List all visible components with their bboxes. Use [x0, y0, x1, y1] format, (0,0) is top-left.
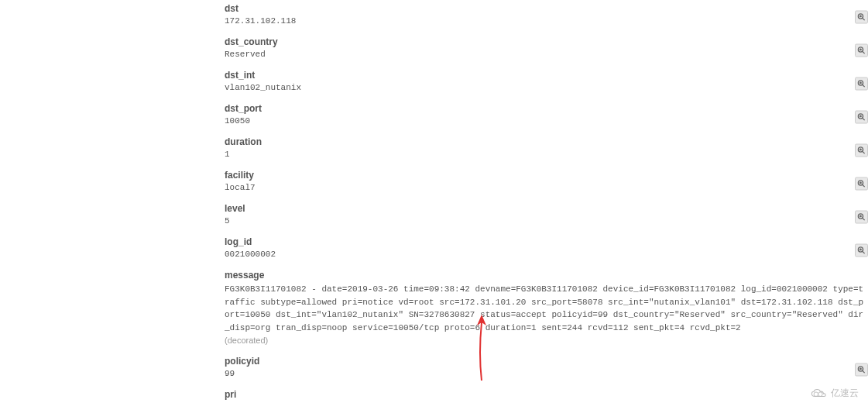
magnify-icon [857, 46, 866, 54]
magnify-icon [857, 212, 866, 221]
field-value: 5 [225, 216, 868, 226]
magnify-icon [857, 146, 866, 154]
magnify-icon [857, 12, 866, 21]
zoom-in-button[interactable] [855, 177, 868, 190]
watermark: 亿速云 [811, 387, 859, 400]
field-label: duration [225, 136, 868, 147]
field-label: dst_port [225, 103, 868, 114]
svg-line-33 [863, 370, 865, 373]
zoom-in-button[interactable] [855, 10, 868, 23]
field-level: level 5 [225, 200, 868, 233]
zoom-in-button[interactable] [855, 363, 868, 376]
field-value: 1 [225, 150, 868, 159]
field-dst: dst 172.31.102.118 [225, 0, 868, 33]
field-dst-port: dst_port 10050 [225, 100, 868, 133]
field-message: message FG3K0B3I11701082 - date=2019-03-… [225, 267, 868, 353]
field-label: dst_int [225, 70, 868, 81]
svg-point-36 [814, 391, 818, 396]
field-policyid: policyid 99 [225, 353, 868, 386]
field-value: 10050 [225, 116, 868, 126]
log-fields-container: dst 172.31.102.118 dst_country Reserved … [0, 0, 868, 403]
magnify-icon [857, 246, 866, 254]
field-label: message [225, 270, 868, 281]
svg-line-13 [863, 118, 865, 120]
zoom-in-button[interactable] [855, 143, 868, 157]
field-label: log_id [225, 236, 868, 247]
svg-line-9 [863, 84, 865, 87]
decorated-note: (decorated) [225, 336, 868, 345]
svg-line-5 [863, 51, 865, 53]
field-value: local7 [225, 183, 868, 192]
svg-line-1 [863, 18, 865, 20]
magnify-icon [857, 112, 866, 121]
field-value: Reserved [225, 50, 868, 59]
field-label: dst_country [225, 36, 868, 47]
magnify-icon [857, 365, 866, 374]
zoom-in-button[interactable] [855, 77, 868, 90]
svg-line-29 [863, 251, 865, 253]
zoom-in-button[interactable] [855, 110, 868, 123]
field-dst-country: dst_country Reserved [225, 33, 868, 67]
field-log-id: log_id 0021000002 [225, 233, 868, 267]
zoom-in-button[interactable] [855, 210, 868, 223]
field-dst-int: dst_int vlan102_nutanix [225, 67, 868, 100]
field-label: level [225, 203, 868, 214]
field-facility: facility local7 [225, 167, 868, 200]
field-value: 172.31.102.118 [225, 16, 868, 26]
magnify-icon [857, 79, 866, 88]
svg-line-25 [863, 218, 865, 220]
svg-point-37 [818, 391, 823, 396]
watermark-text: 亿速云 [831, 387, 859, 400]
magnify-icon [857, 179, 866, 188]
field-value: vlan102_nutanix [225, 83, 868, 92]
field-value: 0021000002 [225, 250, 868, 259]
svg-line-21 [863, 184, 865, 187]
svg-line-17 [863, 151, 865, 153]
field-value: 99 [225, 369, 868, 378]
cloud-icon [811, 388, 828, 399]
field-duration: duration 1 [225, 133, 868, 167]
field-label: pri [225, 389, 868, 400]
field-pri: pri notice [225, 386, 868, 403]
zoom-in-button[interactable] [855, 243, 868, 257]
field-label: dst [225, 3, 868, 14]
field-label: facility [225, 170, 868, 181]
field-value: FG3K0B3I11701082 - date=2019-03-26 time=… [225, 283, 868, 334]
zoom-in-button[interactable] [855, 43, 868, 57]
field-label: policyid [225, 356, 868, 367]
